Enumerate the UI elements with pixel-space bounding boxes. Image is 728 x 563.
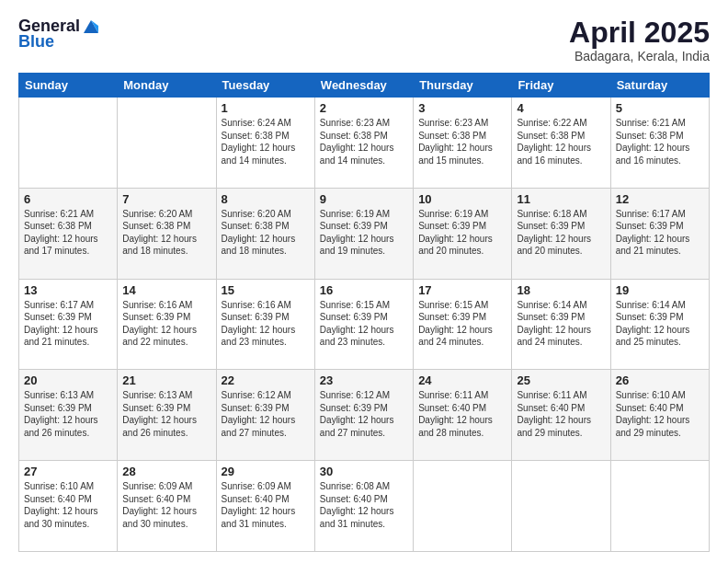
calendar-cell: 11Sunrise: 6:18 AM Sunset: 6:39 PM Dayli… bbox=[512, 188, 610, 279]
day-number: 30 bbox=[320, 465, 408, 478]
logo-icon bbox=[82, 17, 100, 35]
day-info: Sunrise: 6:21 AM Sunset: 6:38 PM Dayligh… bbox=[24, 208, 112, 258]
day-info: Sunrise: 6:09 AM Sunset: 6:40 PM Dayligh… bbox=[122, 480, 210, 530]
calendar-cell: 9Sunrise: 6:19 AM Sunset: 6:39 PM Daylig… bbox=[314, 188, 413, 279]
day-number: 6 bbox=[24, 192, 112, 206]
day-number: 14 bbox=[122, 283, 210, 297]
calendar-cell: 21Sunrise: 6:13 AM Sunset: 6:39 PM Dayli… bbox=[118, 370, 216, 461]
day-info: Sunrise: 6:17 AM Sunset: 6:39 PM Dayligh… bbox=[616, 208, 704, 258]
col-header-friday: Friday bbox=[512, 74, 610, 98]
calendar-cell: 25Sunrise: 6:11 AM Sunset: 6:40 PM Dayli… bbox=[512, 370, 610, 461]
day-number: 13 bbox=[24, 283, 112, 297]
calendar-cell: 22Sunrise: 6:12 AM Sunset: 6:39 PM Dayli… bbox=[216, 370, 314, 461]
calendar-cell bbox=[414, 461, 512, 552]
day-number: 8 bbox=[222, 192, 310, 206]
calendar-cell bbox=[118, 98, 216, 189]
page: General Blue April 2025 Badagara, Kerala… bbox=[0, 0, 728, 563]
calendar-cell: 26Sunrise: 6:10 AM Sunset: 6:40 PM Dayli… bbox=[610, 370, 709, 461]
calendar-cell: 8Sunrise: 6:20 AM Sunset: 6:38 PM Daylig… bbox=[216, 188, 314, 279]
day-number: 26 bbox=[616, 373, 704, 387]
day-number: 4 bbox=[517, 101, 605, 115]
day-number: 1 bbox=[222, 101, 310, 115]
calendar-cell: 24Sunrise: 6:11 AM Sunset: 6:40 PM Dayli… bbox=[414, 370, 512, 461]
col-header-saturday: Saturday bbox=[610, 74, 709, 98]
col-header-sunday: Sunday bbox=[19, 74, 118, 98]
day-info: Sunrise: 6:16 AM Sunset: 6:39 PM Dayligh… bbox=[122, 299, 210, 349]
calendar-cell: 1Sunrise: 6:24 AM Sunset: 6:38 PM Daylig… bbox=[216, 98, 314, 189]
day-number: 16 bbox=[320, 283, 408, 297]
calendar-cell: 7Sunrise: 6:20 AM Sunset: 6:38 PM Daylig… bbox=[118, 188, 216, 279]
day-info: Sunrise: 6:24 AM Sunset: 6:38 PM Dayligh… bbox=[222, 117, 310, 167]
day-number: 17 bbox=[418, 283, 506, 297]
day-number: 21 bbox=[122, 373, 210, 387]
calendar-cell: 27Sunrise: 6:10 AM Sunset: 6:40 PM Dayli… bbox=[19, 461, 118, 552]
calendar-week-row: 6Sunrise: 6:21 AM Sunset: 6:38 PM Daylig… bbox=[19, 188, 710, 279]
day-number: 9 bbox=[320, 192, 408, 206]
calendar-cell: 5Sunrise: 6:21 AM Sunset: 6:38 PM Daylig… bbox=[610, 98, 709, 189]
col-header-wednesday: Wednesday bbox=[314, 74, 413, 98]
day-number: 3 bbox=[418, 101, 506, 115]
day-info: Sunrise: 6:12 AM Sunset: 6:39 PM Dayligh… bbox=[222, 389, 310, 439]
day-number: 10 bbox=[418, 192, 506, 206]
calendar-cell: 17Sunrise: 6:15 AM Sunset: 6:39 PM Dayli… bbox=[414, 279, 512, 370]
calendar-cell: 2Sunrise: 6:23 AM Sunset: 6:38 PM Daylig… bbox=[314, 98, 413, 189]
day-number: 28 bbox=[122, 465, 210, 478]
day-info: Sunrise: 6:12 AM Sunset: 6:39 PM Dayligh… bbox=[320, 389, 408, 439]
day-info: Sunrise: 6:19 AM Sunset: 6:39 PM Dayligh… bbox=[418, 208, 506, 258]
day-info: Sunrise: 6:23 AM Sunset: 6:38 PM Dayligh… bbox=[320, 117, 408, 167]
col-header-monday: Monday bbox=[118, 74, 216, 98]
calendar-cell bbox=[19, 98, 118, 189]
calendar-cell: 20Sunrise: 6:13 AM Sunset: 6:39 PM Dayli… bbox=[19, 370, 118, 461]
day-info: Sunrise: 6:10 AM Sunset: 6:40 PM Dayligh… bbox=[616, 389, 704, 439]
calendar-cell: 4Sunrise: 6:22 AM Sunset: 6:38 PM Daylig… bbox=[512, 98, 610, 189]
calendar-week-row: 1Sunrise: 6:24 AM Sunset: 6:38 PM Daylig… bbox=[19, 98, 710, 189]
calendar-table: SundayMondayTuesdayWednesdayThursdayFrid… bbox=[18, 73, 710, 552]
day-info: Sunrise: 6:21 AM Sunset: 6:38 PM Dayligh… bbox=[616, 117, 704, 167]
day-info: Sunrise: 6:23 AM Sunset: 6:38 PM Dayligh… bbox=[418, 117, 506, 167]
calendar-week-row: 27Sunrise: 6:10 AM Sunset: 6:40 PM Dayli… bbox=[19, 461, 710, 552]
main-title: April 2025 bbox=[569, 17, 710, 49]
day-number: 22 bbox=[222, 373, 310, 387]
day-info: Sunrise: 6:11 AM Sunset: 6:40 PM Dayligh… bbox=[418, 389, 506, 439]
calendar-cell: 23Sunrise: 6:12 AM Sunset: 6:39 PM Dayli… bbox=[314, 370, 413, 461]
day-info: Sunrise: 6:13 AM Sunset: 6:39 PM Dayligh… bbox=[24, 389, 112, 439]
day-number: 7 bbox=[122, 192, 210, 206]
calendar-cell: 29Sunrise: 6:09 AM Sunset: 6:40 PM Dayli… bbox=[216, 461, 314, 552]
day-number: 12 bbox=[616, 192, 704, 206]
day-number: 27 bbox=[24, 465, 112, 478]
calendar-cell: 3Sunrise: 6:23 AM Sunset: 6:38 PM Daylig… bbox=[414, 98, 512, 189]
title-block: April 2025 Badagara, Kerala, India bbox=[569, 17, 710, 63]
day-info: Sunrise: 6:14 AM Sunset: 6:39 PM Dayligh… bbox=[517, 299, 605, 349]
day-number: 20 bbox=[24, 373, 112, 387]
day-number: 15 bbox=[222, 283, 310, 297]
day-number: 2 bbox=[320, 101, 408, 115]
day-number: 24 bbox=[418, 373, 506, 387]
day-info: Sunrise: 6:20 AM Sunset: 6:38 PM Dayligh… bbox=[122, 208, 210, 258]
calendar-week-row: 13Sunrise: 6:17 AM Sunset: 6:39 PM Dayli… bbox=[19, 279, 710, 370]
calendar-cell: 28Sunrise: 6:09 AM Sunset: 6:40 PM Dayli… bbox=[118, 461, 216, 552]
calendar-cell: 12Sunrise: 6:17 AM Sunset: 6:39 PM Dayli… bbox=[610, 188, 709, 279]
day-number: 19 bbox=[616, 283, 704, 297]
day-number: 25 bbox=[517, 373, 605, 387]
day-number: 11 bbox=[517, 192, 605, 206]
calendar-cell: 13Sunrise: 6:17 AM Sunset: 6:39 PM Dayli… bbox=[19, 279, 118, 370]
calendar-cell: 15Sunrise: 6:16 AM Sunset: 6:39 PM Dayli… bbox=[216, 279, 314, 370]
day-info: Sunrise: 6:22 AM Sunset: 6:38 PM Dayligh… bbox=[517, 117, 605, 167]
calendar-cell bbox=[512, 461, 610, 552]
day-info: Sunrise: 6:20 AM Sunset: 6:38 PM Dayligh… bbox=[222, 208, 310, 258]
day-number: 5 bbox=[616, 101, 704, 115]
day-info: Sunrise: 6:17 AM Sunset: 6:39 PM Dayligh… bbox=[24, 299, 112, 349]
calendar-cell: 18Sunrise: 6:14 AM Sunset: 6:39 PM Dayli… bbox=[512, 279, 610, 370]
day-info: Sunrise: 6:13 AM Sunset: 6:39 PM Dayligh… bbox=[122, 389, 210, 439]
logo: General Blue bbox=[18, 17, 100, 52]
day-info: Sunrise: 6:11 AM Sunset: 6:40 PM Dayligh… bbox=[517, 389, 605, 439]
calendar-cell: 30Sunrise: 6:08 AM Sunset: 6:40 PM Dayli… bbox=[314, 461, 413, 552]
col-header-tuesday: Tuesday bbox=[216, 74, 314, 98]
header: General Blue April 2025 Badagara, Kerala… bbox=[18, 17, 710, 63]
day-info: Sunrise: 6:19 AM Sunset: 6:39 PM Dayligh… bbox=[320, 208, 408, 258]
calendar-cell bbox=[610, 461, 709, 552]
day-number: 23 bbox=[320, 373, 408, 387]
day-info: Sunrise: 6:09 AM Sunset: 6:40 PM Dayligh… bbox=[222, 480, 310, 530]
calendar-week-row: 20Sunrise: 6:13 AM Sunset: 6:39 PM Dayli… bbox=[19, 370, 710, 461]
subtitle: Badagara, Kerala, India bbox=[569, 49, 710, 63]
